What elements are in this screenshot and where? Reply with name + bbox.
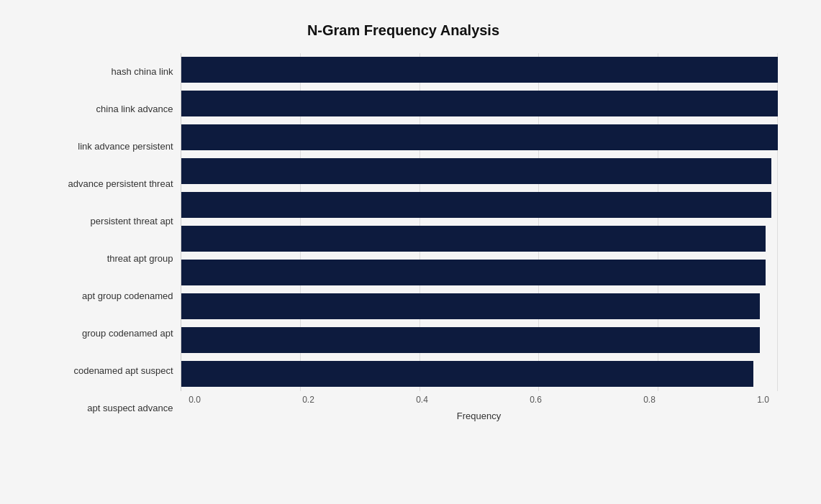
x-tick: 0.8 (635, 395, 664, 405)
bar-row (181, 359, 778, 389)
bar (181, 192, 772, 218)
bars-and-xaxis: 0.00.20.40.60.81.0 Frequency (181, 53, 778, 427)
bar (181, 260, 766, 285)
x-tick: 0.0 (181, 395, 209, 405)
y-axis-label: advance persistent threat (30, 166, 173, 202)
x-axis-label: Frequency (181, 411, 778, 421)
chart-area: hash china linkchina link advancelink ad… (30, 53, 778, 427)
y-axis-label: threat apt group (30, 241, 173, 277)
bar-row (181, 257, 778, 288)
bar (181, 327, 760, 353)
x-axis: 0.00.20.40.60.81.0 Frequency (181, 391, 778, 427)
bar (181, 361, 754, 387)
bar-row (181, 291, 778, 321)
y-axis-label: hash china link (30, 54, 173, 90)
x-tick: 0.6 (522, 395, 550, 405)
bar-row (181, 156, 778, 186)
bar-row (181, 224, 778, 254)
bar-row (181, 325, 778, 355)
bar-row (181, 88, 778, 119)
y-axis-label: codenamed apt suspect (30, 353, 173, 389)
y-axis: hash china linkchina link advancelink ad… (30, 53, 181, 427)
bar (181, 57, 778, 83)
x-tick: 0.4 (408, 395, 437, 405)
bar-row (181, 122, 778, 152)
x-tick: 1.0 (749, 395, 778, 405)
x-ticks: 0.00.20.40.60.81.0 (181, 391, 778, 405)
x-tick: 0.2 (294, 395, 323, 405)
bars-section (181, 53, 778, 391)
bar-row (181, 55, 778, 85)
y-axis-label: link advance persistent (30, 129, 173, 165)
y-axis-label: persistent threat apt (30, 203, 173, 239)
y-axis-label: group codenamed apt (30, 316, 173, 352)
y-axis-label: apt group codenamed (30, 278, 173, 314)
chart-container: N-Gram Frequency Analysis hash china lin… (15, 8, 807, 497)
bar (181, 226, 766, 252)
chart-title: N-Gram Frequency Analysis (30, 22, 778, 39)
bar-row (181, 190, 778, 220)
y-axis-label: china link advance (30, 91, 173, 127)
bar (181, 293, 760, 319)
bar (181, 91, 778, 116)
bar (181, 124, 778, 150)
bar (181, 158, 772, 184)
y-axis-label: apt suspect advance (30, 390, 173, 426)
